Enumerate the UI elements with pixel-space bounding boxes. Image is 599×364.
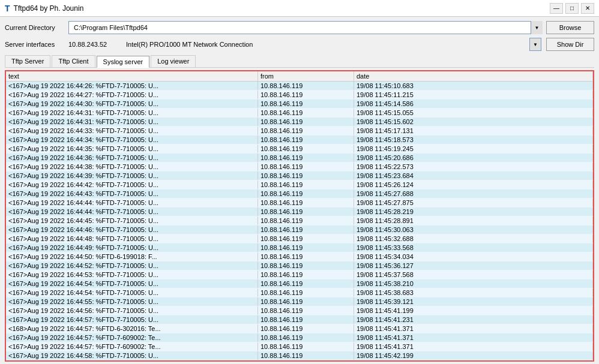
cell-date: 19/08 11:45:41.371 bbox=[354, 342, 593, 351]
table-row: <167>Aug 19 2022 16:44:54: %FTD-7-710005… bbox=[6, 288, 593, 297]
cell-from: 10.88.146.119 bbox=[258, 127, 354, 135]
cell-text: <167>Aug 19 2022 16:44:55: %FTD-7-710005… bbox=[6, 297, 258, 306]
cell-text: <167>Aug 19 2022 16:44:54: %FTD-7-710005… bbox=[6, 279, 258, 288]
cell-date: 19/08 11:45:27.688 bbox=[354, 189, 593, 198]
cell-from: 10.88.146.119 bbox=[258, 145, 354, 153]
syslog-table: text from date <167>Aug 19 2022 16:44:26… bbox=[5, 70, 594, 362]
table-row: <167>Aug 19 2022 16:44:35: %FTD-7-710005… bbox=[6, 145, 593, 154]
table-row: <167>Aug 19 2022 16:44:33: %FTD-7-710005… bbox=[6, 127, 593, 136]
cell-text: <167>Aug 19 2022 16:44:49: %FTD-7-710005… bbox=[6, 243, 258, 252]
server-interface-name: Intel(R) PRO/1000 MT Network Connection bbox=[126, 41, 526, 48]
cell-text: <167>Aug 19 2022 16:44:44: %FTD-7-710005… bbox=[6, 198, 258, 207]
cell-date: 19/08 11:45:38.210 bbox=[354, 279, 593, 288]
cell-from: 10.88.146.119 bbox=[258, 225, 354, 234]
main-content: Current Directory C:\Program Files\Tftpd… bbox=[0, 17, 599, 364]
cell-text: <167>Aug 19 2022 16:44:36: %FTD-7-710005… bbox=[6, 154, 258, 162]
cell-from: 10.88.146.119 bbox=[258, 118, 354, 126]
tabs-bar: Tftp Server Tftp Client Syslog server Lo… bbox=[5, 55, 594, 68]
table-row: <167>Aug 19 2022 16:44:31: %FTD-7-710005… bbox=[6, 109, 593, 118]
app-icon: T bbox=[5, 4, 10, 13]
table-row: <167>Aug 19 2022 16:44:54: %FTD-7-710005… bbox=[6, 279, 593, 288]
tab-syslog-server[interactable]: Syslog server bbox=[97, 56, 150, 68]
cell-text: <167>Aug 19 2022 16:44:38: %FTD-7-710005… bbox=[6, 163, 258, 171]
table-row: <167>Aug 19 2022 16:44:27: %FTD-7-710005… bbox=[6, 91, 593, 100]
table-row: <167>Aug 19 2022 16:44:44: %FTD-7-710005… bbox=[6, 198, 593, 207]
interface-select-wrapper: ▼ bbox=[529, 38, 543, 51]
cell-text: <167>Aug 19 2022 16:44:26: %FTD-7-710005… bbox=[6, 82, 258, 90]
server-interfaces-label: Server interfaces bbox=[5, 41, 65, 48]
cell-date: 19/08 11:45:33.568 bbox=[354, 243, 593, 252]
table-row: <167>Aug 19 2022 16:44:43: %FTD-7-710005… bbox=[6, 189, 593, 198]
cell-from: 10.88.146.119 bbox=[258, 198, 354, 207]
table-row: <167>Aug 19 2022 16:44:49: %FTD-7-710005… bbox=[6, 243, 593, 252]
table-row: <167>Aug 19 2022 16:44:31: %FTD-7-710005… bbox=[6, 118, 593, 127]
current-directory-select[interactable]: C:\Program Files\Tftpd64 bbox=[68, 21, 543, 34]
cell-date: 19/08 11:45:37.568 bbox=[354, 270, 593, 279]
cell-from: 10.88.146.119 bbox=[258, 279, 354, 288]
cell-from: 10.88.146.119 bbox=[258, 306, 354, 315]
cell-date: 19/08 11:45:39.121 bbox=[354, 297, 593, 306]
minimize-button[interactable]: — bbox=[550, 3, 563, 14]
table-row: <167>Aug 19 2022 16:44:26: %FTD-7-710005… bbox=[6, 82, 593, 91]
table-row: <167>Aug 19 2022 16:44:44: %FTD-7-710005… bbox=[6, 207, 593, 216]
cell-text: <167>Aug 19 2022 16:44:43: %FTD-7-710005… bbox=[6, 189, 258, 198]
cell-date: 19/08 11:45:19.245 bbox=[354, 145, 593, 153]
cell-from: 10.88.146.119 bbox=[258, 181, 354, 189]
cell-date: 19/08 11:45:28.891 bbox=[354, 216, 593, 225]
cell-date: 19/08 11:45:18.573 bbox=[354, 136, 593, 144]
cell-from: 10.88.146.119 bbox=[258, 342, 354, 351]
cell-from: 10.88.146.119 bbox=[258, 270, 354, 279]
cell-from: 10.88.146.119 bbox=[258, 315, 354, 324]
column-header-date: date bbox=[354, 71, 593, 81]
showdir-button[interactable]: Show Dir bbox=[546, 38, 594, 51]
cell-date: 19/08 11:45:34.034 bbox=[354, 252, 593, 261]
cell-date: 19/08 11:45:41.199 bbox=[354, 306, 593, 315]
tab-tftp-server[interactable]: Tftp Server bbox=[5, 55, 50, 67]
cell-text: <167>Aug 19 2022 16:44:48: %FTD-7-710005… bbox=[6, 234, 258, 243]
cell-text: <167>Aug 19 2022 16:44:57: %FTD-7-609002… bbox=[6, 342, 258, 351]
cell-text: <167>Aug 19 2022 16:44:30: %FTD-7-710005… bbox=[6, 100, 258, 108]
cell-date: 19/08 11:45:22.573 bbox=[354, 163, 593, 171]
table-row: <167>Aug 19 2022 16:44:38: %FTD-7-710005… bbox=[6, 163, 593, 172]
table-row: <167>Aug 19 2022 16:44:46: %FTD-7-710005… bbox=[6, 225, 593, 234]
cell-date: 19/08 11:45:10.683 bbox=[354, 82, 593, 90]
maximize-button[interactable]: □ bbox=[565, 3, 579, 14]
table-row: <167>Aug 19 2022 16:44:45: %FTD-7-710005… bbox=[6, 216, 593, 225]
cell-text: <167>Aug 19 2022 16:44:57: %FTD-7-609002… bbox=[6, 333, 258, 342]
cell-from: 10.88.146.119 bbox=[258, 216, 354, 225]
cell-text: <167>Aug 19 2022 16:44:54: %FTD-7-710005… bbox=[6, 288, 258, 297]
cell-from: 10.88.146.119 bbox=[258, 333, 354, 342]
cell-from: 10.88.146.119 bbox=[258, 234, 354, 243]
cell-from: 10.88.146.119 bbox=[258, 189, 354, 198]
table-row: <167>Aug 19 2022 16:44:36: %FTD-7-710005… bbox=[6, 154, 593, 163]
table-row: <167>Aug 19 2022 16:44:53: %FTD-7-710005… bbox=[6, 270, 593, 279]
cell-date: 19/08 11:45:27.875 bbox=[354, 198, 593, 207]
current-directory-label: Current Directory bbox=[5, 24, 65, 31]
cell-text: <167>Aug 19 2022 16:44:53: %FTD-7-710005… bbox=[6, 270, 258, 279]
cell-date: 19/08 11:45:30.063 bbox=[354, 225, 593, 234]
table-body[interactable]: <167>Aug 19 2022 16:44:26: %FTD-7-710005… bbox=[6, 82, 593, 360]
cell-from: 10.88.146.119 bbox=[258, 297, 354, 306]
table-header: text from date bbox=[6, 71, 593, 82]
cell-date: 19/08 11:45:23.684 bbox=[354, 172, 593, 180]
browse-button[interactable]: Browse bbox=[546, 21, 594, 34]
cell-date: 19/08 11:45:14.586 bbox=[354, 100, 593, 108]
cell-text: <167>Aug 19 2022 16:44:33: %FTD-7-710005… bbox=[6, 127, 258, 135]
cell-date: 19/08 11:45:11.215 bbox=[354, 91, 593, 99]
tab-tftp-client[interactable]: Tftp Client bbox=[52, 55, 95, 67]
cell-text: <167>Aug 19 2022 16:44:50: %FTD-6-199018… bbox=[6, 252, 258, 261]
cell-date: 19/08 11:45:28.219 bbox=[354, 207, 593, 216]
cell-text: <167>Aug 19 2022 16:44:57: %FTD-7-710005… bbox=[6, 315, 258, 324]
titlebar-controls: — □ ✕ bbox=[550, 3, 594, 14]
column-header-from: from bbox=[258, 71, 354, 81]
close-button[interactable]: ✕ bbox=[581, 3, 594, 14]
cell-date: 19/08 11:45:41.371 bbox=[354, 333, 593, 342]
tab-log-viewer[interactable]: Log viewer bbox=[151, 55, 196, 67]
cell-from: 10.88.146.119 bbox=[258, 351, 354, 360]
cell-text: <167>Aug 19 2022 16:44:27: %FTD-7-710005… bbox=[6, 91, 258, 99]
table-row: <167>Aug 19 2022 16:44:58: %FTD-7-710005… bbox=[6, 351, 593, 360]
cell-date: 19/08 11:45:26.124 bbox=[354, 181, 593, 189]
table-row: <167>Aug 19 2022 16:44:39: %FTD-7-710005… bbox=[6, 172, 593, 181]
cell-date: 19/08 11:45:20.686 bbox=[354, 154, 593, 162]
cell-text: <167>Aug 19 2022 16:44:39: %FTD-7-710005… bbox=[6, 172, 258, 180]
